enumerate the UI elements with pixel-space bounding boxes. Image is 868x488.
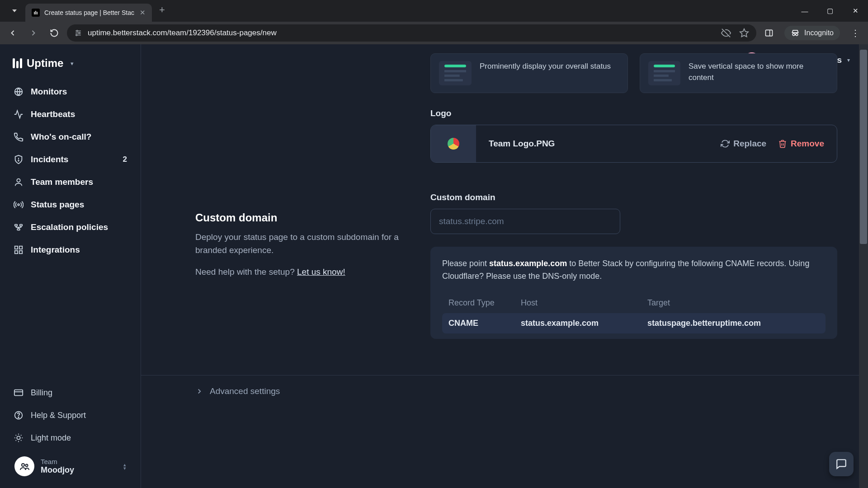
- window-controls: ― ▢ ✕: [792, 0, 868, 22]
- sidebar-item-heartbeats[interactable]: Heartbeats: [6, 104, 134, 125]
- phone-icon: [14, 132, 24, 142]
- svg-point-16: [18, 204, 19, 206]
- svg-rect-21: [19, 246, 22, 249]
- logo-preview: [431, 125, 476, 162]
- layout-option-compact[interactable]: Save vertical space to show more content: [640, 53, 837, 93]
- chat-icon: [835, 458, 847, 470]
- sidebar-item-label: Help & Support: [31, 411, 86, 420]
- main: SM Sheena May Jones ▾ Custom domain Depl…: [141, 44, 868, 488]
- svg-line-34: [21, 440, 21, 441]
- incognito-chip[interactable]: Incognito: [784, 26, 840, 40]
- sidebar-item-label: Heartbeats: [31, 109, 75, 119]
- col-record-type: Record Type: [448, 298, 521, 308]
- layout-option-big[interactable]: Prominently display your overall status: [430, 53, 628, 93]
- svg-point-15: [17, 179, 20, 182]
- tab-search-button[interactable]: [4, 0, 25, 22]
- advanced-settings-toggle[interactable]: Advanced settings: [141, 375, 868, 401]
- broadcast-icon: [14, 200, 24, 210]
- close-window-button[interactable]: ✕: [843, 0, 868, 22]
- sidebar-item-incidents[interactable]: Incidents 2: [6, 149, 134, 170]
- browser-menu-button[interactable]: ⋮: [847, 28, 863, 38]
- logo-image-icon: [448, 138, 459, 150]
- svg-point-37: [22, 464, 24, 466]
- team-switcher[interactable]: Team Moodjoy ▴▾: [6, 450, 134, 484]
- svg-rect-17: [15, 225, 18, 226]
- layout-option-text: Prominently display your overall status: [480, 61, 611, 72]
- chevron-right-icon: [195, 387, 203, 395]
- replace-button[interactable]: Replace: [721, 139, 766, 149]
- minimize-button[interactable]: ―: [792, 0, 817, 22]
- custom-domain-input[interactable]: [430, 209, 620, 234]
- card-icon: [14, 388, 24, 398]
- chevron-down-icon: [12, 9, 17, 12]
- chat-button[interactable]: [829, 452, 854, 476]
- svg-point-10: [793, 33, 795, 36]
- col-target: Target: [647, 298, 819, 308]
- omnibox[interactable]: uptime.betterstack.com/team/192396/statu…: [67, 24, 756, 42]
- cell-host: status.example.com: [521, 319, 647, 328]
- layout-options: Prominently display your overall status …: [430, 53, 837, 93]
- let-us-know-link[interactable]: Let us know!: [297, 267, 345, 277]
- svg-marker-7: [740, 29, 748, 37]
- team-label: Team: [41, 458, 74, 465]
- browser-tab[interactable]: ılı Create status page | Better Stac ✕: [25, 4, 152, 22]
- remove-label: Remove: [791, 139, 824, 149]
- sidebar-item-lightmode[interactable]: Light mode: [6, 427, 134, 448]
- sidebar-item-monitors[interactable]: Monitors: [6, 81, 134, 102]
- svg-point-27: [18, 417, 19, 418]
- svg-point-5: [76, 34, 77, 36]
- sort-icon: ▴▾: [123, 463, 126, 470]
- sidebar-item-escalation[interactable]: Escalation policies: [6, 217, 134, 238]
- layout-thumbnail-icon: [439, 61, 472, 85]
- address-bar: uptime.betterstack.com/team/192396/statu…: [0, 22, 868, 44]
- team-avatar-icon: [14, 456, 34, 476]
- side-panel-icon[interactable]: [761, 25, 777, 41]
- brand[interactable]: Uptime ▾: [0, 52, 141, 81]
- remove-button[interactable]: Remove: [778, 139, 824, 149]
- url-text: uptime.betterstack.com/team/192396/statu…: [88, 28, 277, 38]
- back-button[interactable]: [5, 25, 21, 41]
- content: Custom domain Deploy your status page to…: [141, 44, 868, 488]
- svg-point-28: [17, 436, 20, 439]
- svg-point-14: [18, 160, 19, 161]
- favicon-icon: ılı: [32, 9, 40, 17]
- eye-off-icon[interactable]: [721, 28, 731, 38]
- tab-strip: ılı Create status page | Better Stac ✕ +…: [0, 0, 868, 22]
- scrollbar-thumb[interactable]: [860, 50, 867, 244]
- forward-button[interactable]: [25, 25, 42, 41]
- svg-rect-18: [20, 225, 23, 226]
- sidebar-item-billing[interactable]: Billing: [6, 382, 134, 403]
- app: Uptime ▾ Monitors Heartbeats Who's on-ca…: [0, 44, 868, 488]
- svg-rect-19: [17, 229, 20, 230]
- sidebar-item-label: Billing: [31, 388, 52, 398]
- dns-table: Record Type Host Target CNAME status.exa…: [442, 293, 826, 333]
- sidebar-item-oncall[interactable]: Who's on-call?: [6, 127, 134, 147]
- refresh-icon: [721, 139, 730, 148]
- grid-icon: [14, 245, 24, 255]
- cell-record-type: CNAME: [448, 319, 521, 328]
- scrollbar[interactable]: [859, 44, 868, 488]
- sidebar-item-label: Light mode: [31, 433, 71, 443]
- new-tab-button[interactable]: +: [152, 4, 172, 16]
- layout-option-text: Save vertical space to show more content: [689, 61, 829, 83]
- sidebar-item-help[interactable]: Help & Support: [6, 405, 134, 426]
- sidebar-item-status-pages[interactable]: Status pages: [6, 194, 134, 215]
- sidebar-item-integrations[interactable]: Integrations: [6, 239, 134, 260]
- dns-instructions: Please point status.example.com to Bette…: [442, 258, 826, 283]
- star-icon[interactable]: [739, 28, 749, 38]
- sidebar-item-team-members[interactable]: Team members: [6, 172, 134, 192]
- sidebar-item-label: Who's on-call?: [31, 132, 91, 142]
- reload-button[interactable]: [46, 25, 62, 41]
- site-settings-icon[interactable]: [74, 29, 82, 37]
- svg-point-38: [26, 465, 28, 467]
- logo-section-label: Logo: [430, 108, 837, 118]
- maximize-button[interactable]: ▢: [817, 0, 843, 22]
- sidebar: Uptime ▾ Monitors Heartbeats Who's on-ca…: [0, 44, 141, 488]
- shield-icon: [14, 155, 24, 164]
- svg-line-36: [21, 435, 21, 436]
- close-icon[interactable]: ✕: [140, 9, 146, 17]
- help-icon: [14, 410, 24, 420]
- sidebar-item-label: Incidents: [31, 155, 68, 164]
- user-icon: [14, 177, 24, 187]
- cell-target: statuspage.betteruptime.com: [647, 319, 819, 328]
